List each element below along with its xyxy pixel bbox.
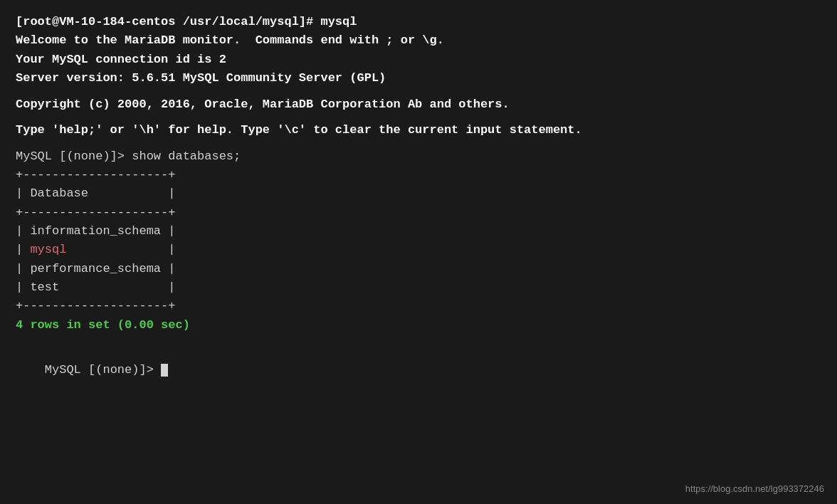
mysql-prompt-text: MySQL [(none)]> [45,363,161,377]
show-databases-cmd: MySQL [(none)]> show databases; [16,147,821,166]
table-row-mysql: | mysql | [16,241,821,259]
version-line: Server version: 5.6.51 MySQL Community S… [16,69,821,88]
terminal-window: [root@VM-10-184-centos /usr/local/mysql]… [0,0,837,504]
table-row-test: | test | [16,278,821,297]
welcome-line: Welcome to the MariaDB monitor. Commands… [16,31,821,50]
table-border-bottom: +--------------------+ [16,297,821,315]
table-border-mid: +--------------------+ [16,204,821,222]
spacer-2 [16,114,821,121]
table-row-info-schema: | information_schema | [16,222,821,241]
cursor-block [161,364,168,377]
watermark: https://blog.csdn.net/lg993372246 [685,483,824,494]
help-line: Type 'help;' or '\h' for help. Type '\c'… [16,121,821,140]
copyright-line: Copyright (c) 2000, 2016, Oracle, MariaD… [16,95,821,114]
spacer-1 [16,88,821,95]
cmd-line: [root@VM-10-184-centos /usr/local/mysql]… [16,13,821,31]
spacer-3 [16,140,821,147]
table-row-perf-schema: | performance_schema | [16,260,821,278]
table-header: | Database | [16,184,821,203]
row-count: 4 rows in set (0.00 sec) [16,316,821,335]
final-prompt-line: MySQL [(none)]> [16,342,821,398]
mysql-db-name: mysql [30,243,66,256]
spacer-4 [16,335,821,342]
table-border-top: +--------------------+ [16,166,821,184]
connection-line: Your MySQL connection id is 2 [16,51,821,69]
